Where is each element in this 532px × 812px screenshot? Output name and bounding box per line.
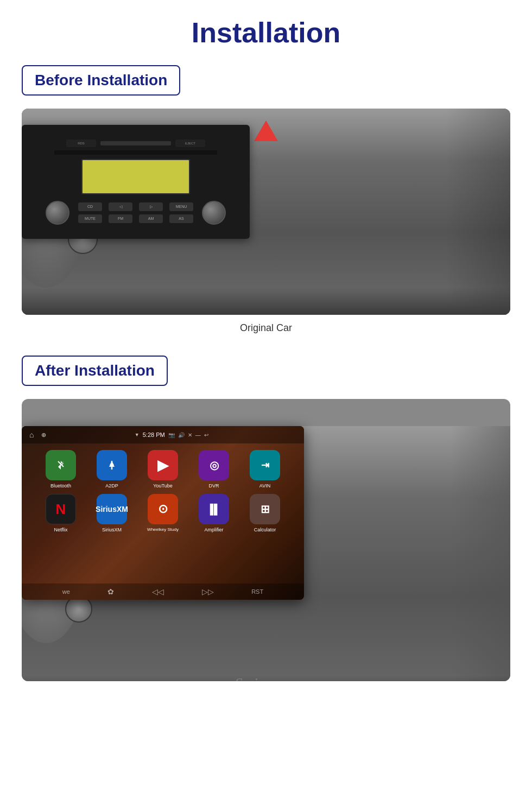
bottom-fade <box>22 676 510 681</box>
radio-unit: RDS EJECT CD ◁ <box>22 125 250 239</box>
avin-label: AVIN <box>259 483 270 489</box>
bluetooth-label: Bluetooth <box>50 483 71 489</box>
android-head-unit: ⌂ ⊕ ▼ 5:28 PM 📷 🔊 ✕ — ↩ <box>22 426 304 600</box>
app-row-1: Bluetooth A2DP <box>35 450 291 489</box>
close-status-icon: ✕ <box>188 432 192 438</box>
before-installation-label: Before Installation <box>22 65 180 96</box>
a2dp-label: A2DP <box>105 483 118 489</box>
calculator-label: Calculator <box>254 527 276 532</box>
rst-text: RST <box>251 588 263 595</box>
app-a2dp[interactable]: A2DP <box>91 450 132 489</box>
image-caption: Original Car <box>22 322 510 334</box>
right-arrow-nav[interactable]: ▷▷ <box>202 587 214 596</box>
wheelkey-label: Wheelkey Study <box>147 527 179 532</box>
radio-display <box>81 159 190 194</box>
as-btn: AS <box>169 214 193 223</box>
dvr-icon: ◎ <box>199 450 229 480</box>
amplifier-icon: ▐▌ <box>199 494 229 524</box>
calculator-icon: ⊞ <box>250 494 280 524</box>
siriusxm-label: SiriusXM <box>102 527 122 532</box>
before-installation-image: RDS EJECT CD ◁ <box>22 109 510 315</box>
wheelkey-icon: ⊙ <box>148 494 178 524</box>
settings-quick-icon[interactable]: ⊕ <box>41 432 46 439</box>
car-interior-before: RDS EJECT CD ◁ <box>22 109 510 315</box>
hazard-triangle-before <box>254 120 278 141</box>
volume-icon: 🔊 <box>178 432 185 438</box>
app-avin[interactable]: ⇥ AVIN <box>244 450 286 489</box>
app-grid: Bluetooth A2DP <box>22 443 304 583</box>
android-screen: ⌂ ⊕ ▼ 5:28 PM 📷 🔊 ✕ — ↩ <box>22 426 304 600</box>
radio-controls: CD ◁ ▷ MENU MUTE FM AM AS <box>46 201 226 225</box>
prev-btn: ◁ <box>109 202 132 211</box>
wifi-arrow: ▼ <box>135 432 140 437</box>
menu-btn: MENU <box>169 202 193 211</box>
netflix-icon: N <box>46 494 76 524</box>
app-dvr[interactable]: ◎ DVR <box>193 450 235 489</box>
after-installation-label: After Installation <box>22 356 168 386</box>
avin-icon: ⇥ <box>250 450 280 480</box>
cd-btn: CD <box>78 202 102 211</box>
status-left: ⌂ ⊕ <box>29 430 46 439</box>
fm-btn: FM <box>109 214 132 223</box>
dvr-label: DVR <box>208 483 219 489</box>
left-arrow-nav[interactable]: ◁◁ <box>152 587 164 596</box>
settings-nav-icon[interactable]: ✿ <box>107 587 114 596</box>
bluetooth-icon <box>46 450 76 480</box>
siriusxm-icon: SiriusXM <box>97 494 127 524</box>
back-icon: ↩ <box>204 432 208 438</box>
app-wheelkey[interactable]: ⊙ Wheelkey Study <box>142 494 183 532</box>
youtube-label: YouTube <box>153 483 172 489</box>
after-car-interior: ⌂ ⊕ ▼ 5:28 PM 📷 🔊 ✕ — ↩ <box>22 426 510 681</box>
mute-btn: MUTE <box>78 214 102 223</box>
app-row-2: N Netflix SiriusXM SiriusXM ⊙ Wheelkey S… <box>35 494 291 532</box>
android-bottom-nav: we ✿ ◁◁ ▷▷ RST <box>22 583 304 600</box>
app-youtube[interactable]: ▶ YouTube <box>142 450 183 489</box>
radio-buttons: CD ◁ ▷ MENU MUTE FM AM AS <box>78 202 193 223</box>
app-calculator[interactable]: ⊞ Calculator <box>244 494 286 532</box>
play-btn: ▷ <box>139 202 163 211</box>
amplifier-label: Amplifier <box>204 527 223 532</box>
a2dp-icon <box>97 450 127 480</box>
status-time: 5:28 PM <box>143 432 165 438</box>
app-amplifier[interactable]: ▐▌ Amplifier <box>193 494 235 532</box>
page-title: Installation <box>22 11 510 49</box>
right-panel <box>451 426 510 681</box>
status-center: ▼ 5:28 PM 📷 🔊 ✕ — ↩ <box>135 432 208 438</box>
left-knob <box>46 201 69 225</box>
home-icon[interactable]: ⌂ <box>29 430 34 439</box>
status-bar: ⌂ ⊕ ▼ 5:28 PM 📷 🔊 ✕ — ↩ <box>22 426 304 443</box>
app-siriusxm[interactable]: SiriusXM SiriusXM <box>91 494 132 532</box>
youtube-icon: ▶ <box>148 450 178 480</box>
we-text: we <box>62 588 70 595</box>
netflix-label: Netflix <box>54 527 67 532</box>
after-installation-image: ⌂ ⊕ ▼ 5:28 PM 📷 🔊 ✕ — ↩ <box>22 399 510 681</box>
app-netflix[interactable]: N Netflix <box>40 494 81 532</box>
original-car-mock: RDS EJECT CD ◁ <box>22 109 510 315</box>
am-btn: AM <box>139 214 163 223</box>
right-knob <box>202 201 226 225</box>
page-wrapper: Installation Before Installation RDS <box>0 0 532 710</box>
camera-status-icon: 📷 <box>168 432 175 438</box>
app-bluetooth[interactable]: Bluetooth <box>40 450 81 489</box>
minimize-icon: — <box>195 432 201 438</box>
